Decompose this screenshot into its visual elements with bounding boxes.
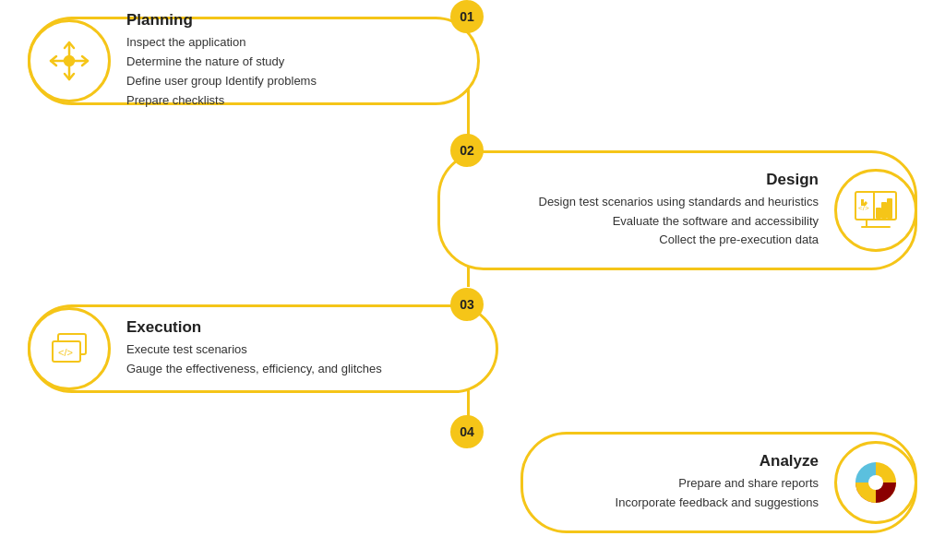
execution-content: Execution Execute test scenarios Gauge t… [108,307,496,390]
design-details: Design test scenarios using standards an… [459,193,819,250]
analyze-title: Analyze [542,452,819,471]
execution-icon-circle: </> [28,307,111,390]
design-icon-circle: </> [834,169,917,252]
step-design: </> Design Design test scenarios using s… [437,150,917,270]
step-number-2: 02 [450,134,484,167]
analyze-icon [848,455,903,510]
analyze-content: Analyze Prepare and share reports Incorp… [523,441,837,524]
planning-icon-circle [28,19,111,102]
svg-rect-9 [882,203,886,218]
execution-details: Execute test scenarios Gauge the effecti… [126,340,477,379]
step-number-1: 01 [450,0,484,33]
design-content: Design Design test scenarios using stand… [440,160,837,261]
svg-text:</>: </> [58,347,73,358]
analyze-details: Prepare and share reports Incorporate fe… [542,474,819,513]
svg-point-4 [65,56,74,66]
design-icon: </> [848,183,903,238]
execution-icon: </> [42,321,97,376]
analyze-icon-circle [834,441,917,524]
step-analyze: Analyze Prepare and share reports Incorp… [520,432,917,533]
step-planning: Planning Inspect the application Determi… [28,17,480,105]
svg-point-16 [868,475,883,490]
execution-title: Execution [126,318,477,337]
step-number-4: 04 [450,415,484,448]
planning-content: Planning Inspect the application Determi… [108,0,477,121]
design-title: Design [459,171,819,189]
planning-title: Planning [126,11,459,30]
diagram: 01 [0,0,945,560]
planning-icon [42,33,97,89]
planning-details: Inspect the application Determine the na… [126,33,459,110]
step-number-3: 03 [450,288,484,321]
step-execution: </> Execution Execute test scenarios Gau… [28,304,498,393]
svg-rect-8 [877,209,880,218]
svg-rect-10 [888,199,891,218]
